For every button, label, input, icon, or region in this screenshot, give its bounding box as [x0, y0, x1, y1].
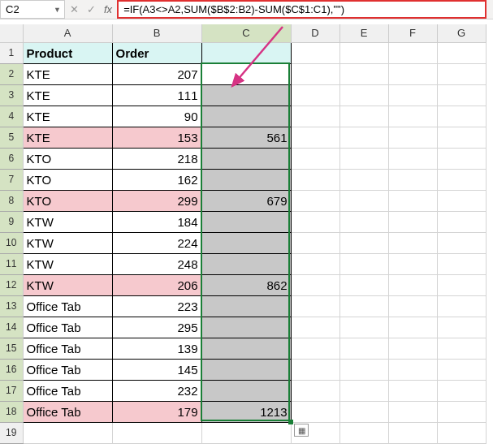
fill-handle[interactable] [288, 420, 293, 424]
cell[interactable] [437, 127, 486, 148]
dropdown-icon[interactable]: ▼ [54, 6, 61, 14]
cell[interactable] [339, 63, 388, 84]
cell-subtotal[interactable] [201, 63, 291, 84]
cell-order[interactable]: 207 [112, 63, 201, 84]
cell-order[interactable]: 232 [112, 380, 201, 401]
cell-subtotal[interactable] [201, 295, 291, 317]
cell[interactable] [437, 401, 486, 422]
cell[interactable] [437, 253, 486, 274]
cell[interactable] [437, 42, 486, 63]
cell-subtotal[interactable] [201, 232, 291, 253]
cell[interactable] [437, 274, 486, 295]
row-header[interactable]: 12 [0, 274, 23, 295]
cell-subtotal[interactable]: 862 [201, 274, 291, 295]
cell[interactable] [437, 148, 486, 169]
cell-product[interactable]: KTE [23, 106, 112, 127]
cell-order[interactable]: 218 [112, 148, 201, 169]
cell-subtotal[interactable]: 1213 [201, 401, 291, 422]
formula-input[interactable]: =IF(A3<>A2,SUM($B$2:B2)-SUM($C$1:C1),"") [117, 0, 487, 19]
row-header[interactable]: 1 [0, 42, 23, 63]
cell-subtotal[interactable] [201, 338, 291, 359]
col-header-c[interactable]: C [201, 24, 291, 42]
cell[interactable] [388, 422, 437, 443]
cell[interactable] [291, 148, 339, 169]
cell-subtotal[interactable] [201, 359, 291, 380]
cell-product[interactable]: KTO [23, 169, 112, 190]
cell-subtotal[interactable] [201, 211, 291, 232]
row-header[interactable]: 7 [0, 169, 23, 190]
cell[interactable] [388, 190, 437, 211]
cell[interactable] [388, 295, 437, 317]
cell-subtotal[interactable] [201, 253, 291, 274]
cell[interactable] [388, 380, 437, 401]
cell-product[interactable]: KTW [23, 211, 112, 232]
cell[interactable] [291, 232, 339, 253]
cell-order[interactable]: 223 [112, 295, 201, 317]
cell-product[interactable]: Office Tab [23, 401, 112, 422]
cell-product[interactable]: KTE [23, 127, 112, 148]
cell[interactable] [291, 106, 339, 127]
cell[interactable] [339, 169, 388, 190]
cell-order[interactable]: 295 [112, 317, 201, 338]
cell[interactable] [388, 401, 437, 422]
cell[interactable] [437, 211, 486, 232]
cell[interactable] [437, 295, 486, 317]
col-header-e[interactable]: E [339, 24, 388, 42]
cell-order[interactable]: 248 [112, 253, 201, 274]
cell[interactable] [339, 401, 388, 422]
cell-order[interactable]: 139 [112, 338, 201, 359]
name-box[interactable]: C2 ▼ [0, 0, 65, 19]
cell-product[interactable]: Office Tab [23, 338, 112, 359]
col-header-f[interactable]: F [388, 24, 437, 42]
cell-subtotal[interactable] [201, 148, 291, 169]
cell[interactable] [339, 380, 388, 401]
cell-product[interactable]: KTW [23, 253, 112, 274]
cell[interactable] [291, 295, 339, 317]
cell[interactable] [339, 338, 388, 359]
spreadsheet-grid[interactable]: A B C D E F G 1 Product Order 2 KTE 207 … [0, 24, 493, 444]
cell[interactable] [339, 422, 388, 443]
cell[interactable] [437, 359, 486, 380]
row-header[interactable]: 15 [0, 338, 23, 359]
cell[interactable] [291, 380, 339, 401]
cell-product[interactable]: KTE [23, 84, 112, 106]
cell[interactable] [291, 42, 339, 63]
cell-product[interactable]: Office Tab [23, 317, 112, 338]
cell-product[interactable]: KTW [23, 232, 112, 253]
cell[interactable] [339, 295, 388, 317]
cell[interactable] [291, 338, 339, 359]
cell[interactable] [388, 148, 437, 169]
cell[interactable] [437, 63, 486, 84]
cell-subtotal[interactable] [201, 317, 291, 338]
cell[interactable] [437, 190, 486, 211]
cell[interactable] [388, 359, 437, 380]
cell-subtotal[interactable] [201, 169, 291, 190]
cell[interactable] [388, 42, 437, 63]
cell[interactable] [339, 42, 388, 63]
cell-subtotal[interactable] [201, 380, 291, 401]
cell[interactable] [291, 401, 339, 422]
cell-order[interactable]: 206 [112, 274, 201, 295]
cell[interactable] [291, 127, 339, 148]
cell[interactable] [437, 106, 486, 127]
row-header[interactable]: 11 [0, 253, 23, 274]
cell[interactable] [339, 274, 388, 295]
cell[interactable] [339, 127, 388, 148]
row-header[interactable]: 2 [0, 63, 23, 84]
cell-subtotal[interactable] [201, 84, 291, 106]
cell[interactable] [388, 127, 437, 148]
enter-icon[interactable]: ✓ [87, 3, 96, 15]
col-header-d[interactable]: D [291, 24, 339, 42]
cell[interactable] [339, 106, 388, 127]
cell[interactable] [112, 422, 201, 443]
cell[interactable] [291, 190, 339, 211]
cell-order[interactable]: 145 [112, 359, 201, 380]
cell-product[interactable]: KTO [23, 190, 112, 211]
cell[interactable] [388, 211, 437, 232]
cell[interactable] [437, 232, 486, 253]
cell[interactable] [437, 338, 486, 359]
row-header[interactable]: 6 [0, 148, 23, 169]
cell-product[interactable]: KTW [23, 274, 112, 295]
cell[interactable] [339, 359, 388, 380]
row-header[interactable]: 14 [0, 317, 23, 338]
